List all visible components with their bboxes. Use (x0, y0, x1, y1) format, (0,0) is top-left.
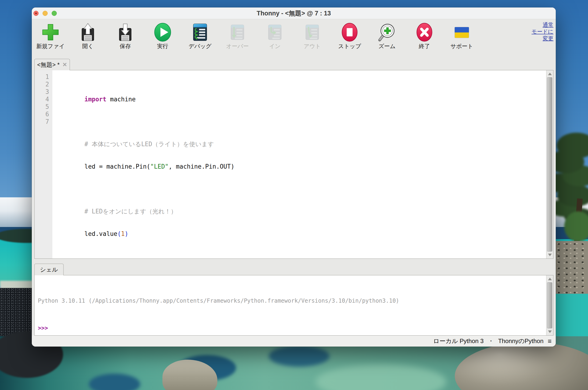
title-bar[interactable]: Thonny - <無題> @ 7 : 13 (32, 7, 556, 19)
debug-icon (190, 22, 210, 42)
code-token-comment: # 本体についているLED（ライト）を使います (84, 141, 214, 147)
window-title: Thonny - <無題> @ 7 : 13 (32, 7, 556, 19)
code-token-string: "LED" (150, 163, 168, 170)
run-button[interactable]: 実行 (144, 19, 181, 50)
code-text-area[interactable]: import machine # 本体についているLED（ライト）を使います l… (52, 70, 546, 258)
line-number: 4 (35, 96, 49, 103)
switch-to-regular-mode-link[interactable]: 通常 モードに 変更 (532, 21, 553, 42)
scrollbar-thumb[interactable] (547, 282, 552, 328)
scrollbar-thumb[interactable] (547, 77, 552, 251)
code-line (55, 178, 546, 185)
scroll-down-arrow-icon[interactable] (548, 331, 552, 333)
zoom-window-button[interactable] (52, 11, 57, 16)
open-file-icon (78, 22, 98, 42)
toolbar-button-label: 開く (82, 43, 94, 50)
step-over-icon (228, 22, 247, 42)
code-token: machine (106, 96, 136, 103)
shell-prompt: >>> (38, 324, 546, 333)
minimize-window-button[interactable] (43, 11, 48, 16)
line-number: 1 (35, 73, 49, 81)
status-bar: ローカル Python 3 ・ ThonnyのPython ≡ (32, 336, 556, 346)
line-number: 5 (35, 103, 49, 110)
code-line: led = machine.Pin("LED", machine.Pin.OUT… (55, 155, 546, 163)
thonny-window: Thonny - <無題> @ 7 : 13 通常 モードに 変更 新規ファイ (32, 7, 556, 346)
code-token-number: 1 (121, 230, 125, 237)
toolbar-button-label: アウト (304, 43, 321, 50)
wallpaper-rocky-shore (555, 241, 588, 294)
toolbar-button-label: 保存 (120, 43, 131, 50)
wallpaper-submerged-rock (269, 346, 329, 367)
quit-icon (415, 22, 434, 42)
line-number-gutter: 1 2 3 4 5 6 7 (35, 70, 52, 258)
editor-scrollbar[interactable] (546, 70, 553, 258)
code-editor[interactable]: 1 2 3 4 5 6 7 import machine # 本体についているL… (34, 70, 553, 259)
shell-output[interactable]: Python 3.10.11 (/Applications/Thonny.app… (35, 275, 546, 335)
zoom-fit-button[interactable]: ズーム (368, 19, 406, 50)
close-tab-icon[interactable]: ✕ (62, 61, 67, 68)
toolbar-button-label: デバッグ (189, 43, 212, 50)
step-into-button: イン (256, 19, 294, 50)
open-file-button[interactable]: 開く (69, 19, 107, 50)
debug-button[interactable]: デバッグ (181, 19, 219, 50)
toolbar-button-label: 実行 (157, 43, 168, 50)
code-token: , machine.Pin.OUT) (168, 163, 234, 170)
support-icon (452, 22, 472, 42)
tab-label: <無題> * (37, 61, 59, 69)
step-over-button: オーバー (219, 19, 256, 50)
code-token: led.value (84, 230, 117, 237)
interpreter-status-right: ThonnyのPython (498, 337, 543, 345)
code-line: # 本体についているLED（ライト）を使います (55, 133, 546, 140)
toolbar-button-label: 終了 (419, 43, 430, 50)
toolbar-button-label: ズーム (378, 43, 395, 50)
scroll-up-arrow-icon[interactable] (548, 278, 552, 280)
run-icon (153, 22, 172, 42)
line-number: 6 (35, 110, 49, 118)
toolbar-button-label: ストップ (338, 43, 361, 50)
code-line: led.value(1) (55, 223, 546, 230)
tab-untitled-file[interactable]: <無題> * ✕ (34, 59, 70, 70)
tab-shell[interactable]: シェル (34, 264, 63, 275)
quit-button[interactable]: 終了 (406, 19, 443, 50)
close-window-button[interactable] (33, 11, 39, 16)
toolbar: 新規ファイ 開く 保存 (32, 19, 556, 58)
code-line: # LEDをオンにします（光れ！） (55, 200, 546, 208)
code-line (55, 110, 546, 118)
shell-banner-line: Python 3.10.11 (/Applications/Thonny.app… (38, 296, 546, 305)
wallpaper-water-right (555, 294, 588, 337)
interpreter-status-left: ローカル Python 3 (433, 337, 484, 345)
shell-scrollbar[interactable] (546, 275, 553, 335)
shell-panel[interactable]: Python 3.10.11 (/Applications/Thonny.app… (34, 275, 553, 336)
new-file-button[interactable]: 新規ファイ (32, 19, 69, 50)
zoom-icon (377, 22, 397, 42)
save-icon (115, 22, 135, 42)
backend-menu-icon[interactable]: ≡ (548, 338, 551, 345)
code-token: led = machine.Pin( (84, 163, 150, 170)
toolbar-button-label: サポート (450, 43, 473, 50)
code-token-paren: ) (125, 230, 128, 237)
step-out-icon (302, 22, 322, 42)
status-separator: ・ (488, 337, 494, 345)
stop-button[interactable]: ストップ (331, 19, 368, 50)
code-line: import machine (55, 88, 546, 96)
toolbar-button-label: イン (269, 43, 280, 50)
line-number: 2 (35, 81, 49, 88)
code-token-paren: ( (117, 230, 121, 237)
mode-link-line: モードに (532, 28, 553, 35)
scroll-up-arrow-icon[interactable] (548, 73, 552, 75)
mode-link-line: 通常 (532, 21, 553, 28)
step-in-icon (265, 22, 285, 42)
mode-link-line: 変更 (532, 35, 553, 42)
stop-icon (340, 22, 359, 42)
support-ukraine-button[interactable]: サポート (443, 19, 481, 50)
new-file-icon (41, 22, 60, 42)
line-number: 7 (35, 118, 49, 125)
toolbar-button-label: 新規ファイ (36, 43, 65, 50)
step-out-button: アウト (294, 19, 331, 50)
shell-tab-label: シェル (40, 266, 58, 273)
toolbar-button-label: オーバー (226, 43, 249, 50)
save-button[interactable]: 保存 (107, 19, 144, 50)
scroll-down-arrow-icon[interactable] (548, 254, 552, 256)
line-number: 3 (35, 88, 49, 96)
code-token-comment: # LEDをオンにします（光れ！） (84, 208, 177, 215)
code-token-keyword: import (84, 96, 106, 103)
